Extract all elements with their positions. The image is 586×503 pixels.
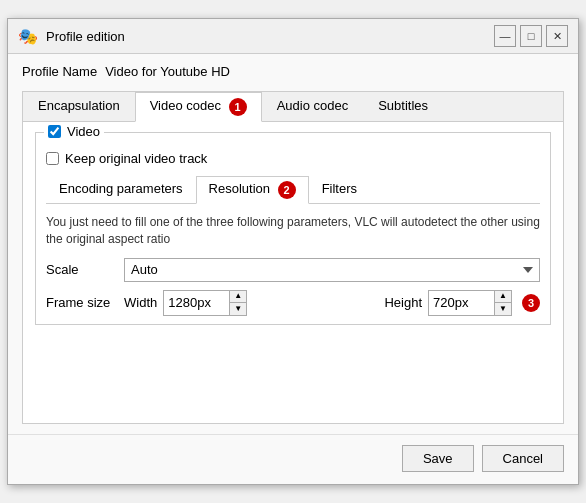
resolution-badge: 2 bbox=[278, 181, 296, 199]
profile-name-value: Video for Youtube HD bbox=[105, 64, 230, 79]
height-spinner: ▲ ▼ bbox=[428, 290, 512, 316]
window-title: Profile edition bbox=[46, 29, 125, 44]
vlc-icon: 🎭 bbox=[18, 27, 38, 46]
inner-tabs-container: Encoding parameters Resolution 2 Filters bbox=[46, 176, 540, 316]
tab-audio-codec[interactable]: Audio codec bbox=[262, 92, 364, 121]
video-checkbox[interactable] bbox=[48, 125, 61, 138]
width-group: Width ▲ ▼ bbox=[124, 290, 247, 316]
inner-tabs-bar: Encoding parameters Resolution 2 Filters bbox=[46, 176, 540, 204]
keep-original-checkbox[interactable] bbox=[46, 152, 59, 165]
tab-encapsulation[interactable]: Encapsulation bbox=[23, 92, 135, 121]
height-increment-button[interactable]: ▲ bbox=[495, 291, 511, 303]
height-input[interactable] bbox=[429, 291, 494, 315]
height-decrement-button[interactable]: ▼ bbox=[495, 303, 511, 315]
profile-edition-window: 🎭 Profile edition — □ ✕ Profile Name Vid… bbox=[7, 18, 579, 485]
window-content: Profile Name Video for Youtube HD Encaps… bbox=[8, 54, 578, 434]
scale-label: Scale bbox=[46, 262, 116, 277]
cancel-button[interactable]: Cancel bbox=[482, 445, 564, 472]
video-group-label: Video bbox=[67, 124, 100, 139]
inner-tab-filters[interactable]: Filters bbox=[309, 176, 370, 203]
video-group-legend: Video bbox=[44, 124, 104, 139]
spacer bbox=[35, 333, 551, 413]
keep-original-label: Keep original video track bbox=[65, 151, 207, 166]
save-button[interactable]: Save bbox=[402, 445, 474, 472]
scale-select[interactable]: Auto 1 0.5 0.25 0.75 1.25 1.5 2 bbox=[124, 258, 540, 282]
video-codec-tab-content: Video Keep original video track Encoding… bbox=[23, 122, 563, 423]
resolution-content: You just need to fill one of the three f… bbox=[46, 214, 540, 316]
minimize-button[interactable]: — bbox=[494, 25, 516, 47]
width-spinner-buttons: ▲ ▼ bbox=[229, 291, 246, 315]
height-label: Height bbox=[384, 295, 422, 310]
inner-tab-resolution[interactable]: Resolution 2 bbox=[196, 176, 309, 204]
video-codec-badge: 1 bbox=[229, 98, 247, 116]
profile-name-label: Profile Name bbox=[22, 64, 97, 79]
footer-row: Save Cancel bbox=[8, 434, 578, 484]
maximize-button[interactable]: □ bbox=[520, 25, 542, 47]
profile-name-row: Profile Name Video for Youtube HD bbox=[22, 64, 564, 83]
tab-subtitles[interactable]: Subtitles bbox=[363, 92, 443, 121]
inner-tab-encoding-parameters[interactable]: Encoding parameters bbox=[46, 176, 196, 203]
video-group: Video Keep original video track Encoding… bbox=[35, 132, 551, 325]
height-badge: 3 bbox=[522, 294, 540, 312]
width-increment-button[interactable]: ▲ bbox=[230, 291, 246, 303]
height-spinner-buttons: ▲ ▼ bbox=[494, 291, 511, 315]
tab-video-codec[interactable]: Video codec 1 bbox=[135, 92, 262, 122]
title-bar-left: 🎭 Profile edition bbox=[18, 27, 125, 46]
keep-original-row: Keep original video track bbox=[46, 147, 540, 166]
outer-tabs-container: Encapsulation Video codec 1 Audio codec … bbox=[22, 91, 564, 424]
width-input[interactable] bbox=[164, 291, 229, 315]
height-group: Height ▲ ▼ 3 bbox=[384, 290, 540, 316]
resolution-info-text: You just need to fill one of the three f… bbox=[46, 214, 540, 248]
width-spinner: ▲ ▼ bbox=[163, 290, 247, 316]
title-bar-controls: — □ ✕ bbox=[494, 25, 568, 47]
frame-size-label: Frame size bbox=[46, 295, 116, 310]
title-bar: 🎭 Profile edition — □ ✕ bbox=[8, 19, 578, 54]
width-decrement-button[interactable]: ▼ bbox=[230, 303, 246, 315]
close-button[interactable]: ✕ bbox=[546, 25, 568, 47]
scale-row: Scale Auto 1 0.5 0.25 0.75 1.25 1.5 2 bbox=[46, 258, 540, 282]
frame-size-row: Frame size Width ▲ ▼ bbox=[46, 290, 540, 316]
width-label: Width bbox=[124, 295, 157, 310]
outer-tabs-bar: Encapsulation Video codec 1 Audio codec … bbox=[23, 92, 563, 122]
